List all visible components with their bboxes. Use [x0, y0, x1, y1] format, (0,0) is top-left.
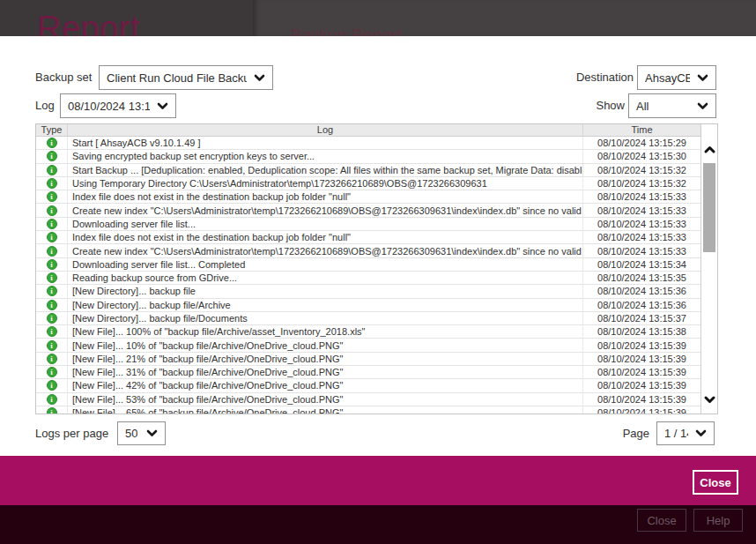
log-time-cell: 08/10/2024 13:15:39 [583, 393, 700, 406]
column-header-time: Time [583, 124, 700, 136]
table-row[interactable]: i [New File]... 100% of "backup file/Arc… [36, 325, 700, 339]
column-header-type: Type [36, 124, 68, 136]
chevron-down-icon [157, 102, 168, 110]
page-title: Report [37, 11, 140, 36]
page-select[interactable]: 1 / 14 [656, 421, 715, 445]
show-label: Show [493, 93, 625, 118]
scroll-down-icon[interactable] [703, 393, 716, 406]
table-row[interactable]: i [New File]... 21% of "backup file/Arch… [36, 353, 700, 366]
scrollbar-thumb[interactable] [703, 163, 715, 252]
log-message-cell: Start Backup ... [Deduplication: enabled… [68, 164, 583, 176]
log-type-cell: i [36, 231, 68, 243]
info-icon: i [47, 313, 57, 324]
table-row[interactable]: i [New Directory]... backup file/Documen… [36, 312, 700, 325]
log-message-cell: [New File]... 100% of "backup file/Archi… [68, 325, 583, 338]
log-type-cell: i [36, 164, 68, 176]
logs-per-page-select[interactable]: 50 [117, 421, 166, 445]
log-time-cell: 08/10/2024 13:15:35 [583, 272, 700, 284]
log-table-header: Type Log Time [36, 124, 700, 137]
close-button[interactable]: Close [693, 470, 738, 495]
table-row[interactable]: i [New File]... 10% of "backup file/Arch… [36, 339, 700, 352]
table-row[interactable]: i [New File]... 65% of "backup file/Arch… [36, 406, 700, 414]
log-message-cell: [New Directory]... backup file [68, 285, 583, 297]
info-icon: i [47, 272, 57, 283]
column-header-log: Log [68, 124, 583, 136]
backup-set-label: Backup set [35, 65, 92, 90]
screen: Report Backup Report Backup set Client R… [0, 0, 756, 544]
table-scrollbar[interactable] [700, 124, 717, 414]
log-value: 08/10/2024 13:15 [68, 100, 150, 113]
log-label: Log [35, 93, 55, 118]
info-icon: i [47, 259, 57, 270]
chevron-down-icon [254, 74, 265, 82]
show-value: All [636, 100, 649, 113]
log-message-cell: Start [ AhsayACB v9.10.1.49 ] [68, 137, 583, 149]
chevron-down-icon [695, 429, 707, 437]
log-message-cell: [New Directory]... backup file/Archive [68, 299, 583, 311]
log-message-cell: [New Directory]... backup file/Documents [68, 312, 583, 324]
log-table-body: i Start [ AhsayACB v9.10.1.49 ] 08/10/20… [36, 137, 700, 414]
table-row[interactable]: i [New Directory]... backup file/Archive… [36, 299, 700, 312]
table-row[interactable]: i [New File]... 53% of "backup file/Arch… [36, 393, 700, 406]
log-message-cell: Saving encrypted backup set encryption k… [68, 150, 583, 162]
log-message-cell: Index file does not exist in the destina… [68, 190, 583, 203]
info-icon: i [47, 178, 57, 189]
log-time-cell: 08/10/2024 13:15:33 [583, 190, 700, 203]
log-time-cell: 08/10/2024 13:15:29 [583, 137, 700, 149]
chevron-down-icon [146, 429, 158, 437]
log-type-cell: i [36, 393, 68, 406]
info-icon: i [47, 380, 57, 391]
table-row[interactable]: i Create new index "C:\Users\Administrat… [36, 244, 700, 257]
backup-report-dialog: Backup set Client Run Cloud File Backup … [0, 36, 756, 456]
info-icon: i [47, 165, 57, 175]
table-row[interactable]: i [New File]... 42% of "backup file/Arch… [36, 379, 700, 392]
show-select[interactable]: All [628, 93, 716, 118]
table-row[interactable]: i Start Backup ... [Deduplication: enabl… [36, 164, 700, 177]
log-type-cell: i [36, 353, 68, 365]
table-row[interactable]: i Index file does not exist in the desti… [36, 190, 700, 204]
backup-set-select[interactable]: Client Run Cloud File Backup [99, 65, 273, 90]
log-time-cell: 08/10/2024 13:15:30 [583, 150, 700, 162]
table-row[interactable]: i Create new index "C:\Users\Administrat… [36, 204, 700, 217]
log-message-cell: [New File]... 10% of "backup file/Archiv… [68, 339, 583, 351]
log-type-cell: i [36, 339, 68, 351]
info-icon: i [47, 300, 57, 310]
app-header: Report Backup Report [0, 0, 756, 36]
log-table: Type Log Time i Start [ AhsayACB v9.10.1… [35, 123, 718, 414]
log-message-cell: Using Temporary Directory C:\Users\Admin… [68, 177, 583, 190]
log-type-cell: i [36, 406, 68, 414]
scroll-up-icon[interactable] [703, 144, 716, 156]
table-row[interactable]: i [New File]... 31% of "backup file/Arch… [36, 366, 700, 379]
log-message-cell: Downloading server file list... [68, 218, 583, 230]
log-time-cell: 08/10/2024 13:15:39 [583, 379, 700, 391]
log-time-cell: 08/10/2024 13:15:34 [583, 258, 700, 271]
info-icon: i [47, 367, 57, 377]
table-row[interactable]: i Using Temporary Directory C:\Users\Adm… [36, 177, 700, 190]
log-time-cell: 08/10/2024 13:15:37 [583, 312, 700, 324]
subpage-title: Backup Report [291, 26, 402, 36]
log-type-cell: i [36, 285, 68, 297]
table-row[interactable]: i Saving encrypted backup set encryption… [36, 150, 700, 163]
log-time-cell: 08/10/2024 13:15:38 [583, 325, 700, 338]
dialog-footer-bar: Close [0, 456, 756, 505]
table-row[interactable]: i Downloading server file list... Comple… [36, 258, 700, 272]
destination-value: AhsayCBS [645, 71, 690, 85]
info-icon: i [47, 340, 57, 351]
table-row[interactable]: i [New Directory]... backup file 08/10/2… [36, 285, 700, 298]
destination-select[interactable]: AhsayCBS [637, 65, 716, 90]
table-row[interactable]: i Reading backup source from GDrive... 0… [36, 272, 700, 285]
info-icon: i [47, 205, 57, 216]
info-icon: i [47, 191, 57, 202]
table-row[interactable]: i Index file does not exist in the desti… [36, 231, 700, 244]
log-type-cell: i [36, 204, 68, 216]
log-type-cell: i [36, 137, 68, 149]
log-time-cell: 08/10/2024 13:15:39 [583, 406, 700, 414]
info-icon: i [47, 138, 57, 148]
info-icon: i [47, 219, 57, 229]
table-row[interactable]: i Start [ AhsayACB v9.10.1.49 ] 08/10/20… [36, 137, 700, 150]
logs-per-page-value: 50 [125, 427, 137, 440]
info-icon: i [47, 286, 57, 296]
log-message-cell: [New File]... 21% of "backup file/Archiv… [68, 353, 583, 365]
log-select[interactable]: 08/10/2024 13:15 [60, 93, 176, 118]
table-row[interactable]: i Downloading server file list... 08/10/… [36, 218, 700, 231]
